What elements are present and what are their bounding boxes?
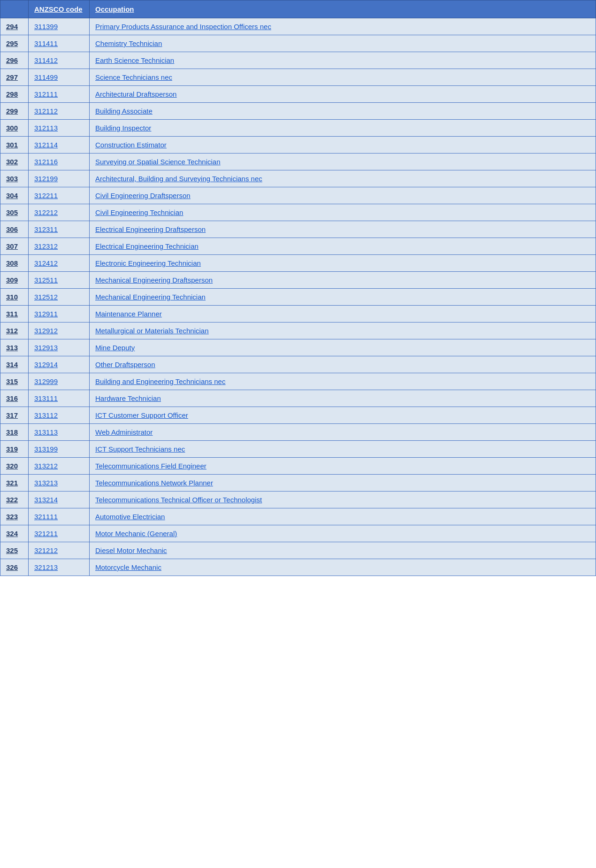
row-number[interactable]: 301 xyxy=(0,137,29,154)
row-number[interactable]: 312 xyxy=(0,323,29,339)
occupation-name[interactable]: Primary Products Assurance and Inspectio… xyxy=(90,18,596,35)
occupation-name[interactable]: Web Administrator xyxy=(90,424,596,441)
anzsco-code[interactable]: 311499 xyxy=(29,69,90,86)
row-number[interactable]: 295 xyxy=(0,35,29,52)
header-occupation[interactable]: Occupation xyxy=(90,0,596,18)
occupation-name[interactable]: Mine Deputy xyxy=(90,339,596,356)
occupation-name[interactable]: Electronic Engineering Technician xyxy=(90,255,596,272)
anzsco-code[interactable]: 311411 xyxy=(29,35,90,52)
row-number[interactable]: 316 xyxy=(0,390,29,407)
anzsco-code[interactable]: 321212 xyxy=(29,542,90,559)
occupation-name[interactable]: Metallurgical or Materials Technician xyxy=(90,323,596,339)
row-number[interactable]: 308 xyxy=(0,255,29,272)
row-number[interactable]: 309 xyxy=(0,272,29,289)
occupation-name[interactable]: Building Inspector xyxy=(90,120,596,137)
anzsco-code[interactable]: 312113 xyxy=(29,120,90,137)
occupation-name[interactable]: Architectural, Building and Surveying Te… xyxy=(90,170,596,187)
anzsco-code[interactable]: 312912 xyxy=(29,323,90,339)
anzsco-code[interactable]: 313113 xyxy=(29,424,90,441)
occupation-name[interactable]: Electrical Engineering Technician xyxy=(90,238,596,255)
occupation-name[interactable]: Building and Engineering Technicians nec xyxy=(90,373,596,390)
occupation-name[interactable]: Electrical Engineering Draftsperson xyxy=(90,221,596,238)
row-number[interactable]: 297 xyxy=(0,69,29,86)
row-number[interactable]: 326 xyxy=(0,559,29,576)
anzsco-code[interactable]: 312311 xyxy=(29,221,90,238)
anzsco-code[interactable]: 312112 xyxy=(29,103,90,120)
row-number[interactable]: 314 xyxy=(0,356,29,373)
occupation-name[interactable]: Hardware Technician xyxy=(90,390,596,407)
anzsco-code[interactable]: 311399 xyxy=(29,18,90,35)
anzsco-code[interactable]: 312211 xyxy=(29,187,90,204)
anzsco-code[interactable]: 312914 xyxy=(29,356,90,373)
row-number[interactable]: 306 xyxy=(0,221,29,238)
row-number[interactable]: 307 xyxy=(0,238,29,255)
occupation-name[interactable]: Motorcycle Mechanic xyxy=(90,559,596,576)
row-number[interactable]: 300 xyxy=(0,120,29,137)
row-number[interactable]: 311 xyxy=(0,306,29,323)
occupation-name[interactable]: Telecommunications Network Planner xyxy=(90,475,596,492)
row-number[interactable]: 303 xyxy=(0,170,29,187)
occupation-name[interactable]: Surveying or Spatial Science Technician xyxy=(90,154,596,170)
row-number[interactable]: 313 xyxy=(0,339,29,356)
occupation-name[interactable]: Diesel Motor Mechanic xyxy=(90,542,596,559)
anzsco-code[interactable]: 321213 xyxy=(29,559,90,576)
occupation-name[interactable]: Chemistry Technician xyxy=(90,35,596,52)
row-number[interactable]: 319 xyxy=(0,441,29,458)
occupation-name[interactable]: Telecommunications Technical Officer or … xyxy=(90,492,596,508)
header-code[interactable]: ANZSCO code xyxy=(29,0,90,18)
row-number[interactable]: 323 xyxy=(0,508,29,525)
anzsco-code[interactable]: 312111 xyxy=(29,86,90,103)
anzsco-code[interactable]: 313212 xyxy=(29,458,90,475)
row-number[interactable]: 302 xyxy=(0,154,29,170)
anzsco-code[interactable]: 313112 xyxy=(29,407,90,424)
row-number[interactable]: 315 xyxy=(0,373,29,390)
occupation-name[interactable]: Automotive Electrician xyxy=(90,508,596,525)
anzsco-code[interactable]: 313111 xyxy=(29,390,90,407)
anzsco-code[interactable]: 321111 xyxy=(29,508,90,525)
occupation-name[interactable]: Maintenance Planner xyxy=(90,306,596,323)
anzsco-code[interactable]: 312511 xyxy=(29,272,90,289)
occupation-name[interactable]: Civil Engineering Technician xyxy=(90,204,596,221)
row-number[interactable]: 298 xyxy=(0,86,29,103)
anzsco-code[interactable]: 313213 xyxy=(29,475,90,492)
anzsco-code[interactable]: 312114 xyxy=(29,137,90,154)
occupation-name[interactable]: Mechanical Engineering Draftsperson xyxy=(90,272,596,289)
anzsco-code[interactable]: 312913 xyxy=(29,339,90,356)
anzsco-code[interactable]: 312116 xyxy=(29,154,90,170)
row-number[interactable]: 304 xyxy=(0,187,29,204)
anzsco-code[interactable]: 312512 xyxy=(29,289,90,306)
occupation-name[interactable]: Other Draftsperson xyxy=(90,356,596,373)
anzsco-code[interactable]: 312412 xyxy=(29,255,90,272)
anzsco-code[interactable]: 312312 xyxy=(29,238,90,255)
row-number[interactable]: 305 xyxy=(0,204,29,221)
anzsco-code[interactable]: 312911 xyxy=(29,306,90,323)
occupation-name[interactable]: ICT Customer Support Officer xyxy=(90,407,596,424)
anzsco-code[interactable]: 311412 xyxy=(29,52,90,69)
row-number[interactable]: 294 xyxy=(0,18,29,35)
anzsco-code[interactable]: 313214 xyxy=(29,492,90,508)
occupation-name[interactable]: Science Technicians nec xyxy=(90,69,596,86)
occupation-name[interactable]: Motor Mechanic (General) xyxy=(90,525,596,542)
row-number[interactable]: 324 xyxy=(0,525,29,542)
occupation-name[interactable]: Mechanical Engineering Technician xyxy=(90,289,596,306)
anzsco-code[interactable]: 312212 xyxy=(29,204,90,221)
occupation-name[interactable]: Earth Science Technician xyxy=(90,52,596,69)
row-number[interactable]: 299 xyxy=(0,103,29,120)
anzsco-code[interactable]: 312199 xyxy=(29,170,90,187)
row-number[interactable]: 317 xyxy=(0,407,29,424)
occupation-name[interactable]: Architectural Draftsperson xyxy=(90,86,596,103)
row-number[interactable]: 318 xyxy=(0,424,29,441)
occupation-name[interactable]: Civil Engineering Draftsperson xyxy=(90,187,596,204)
row-number[interactable]: 320 xyxy=(0,458,29,475)
row-number[interactable]: 321 xyxy=(0,475,29,492)
anzsco-code[interactable]: 321211 xyxy=(29,525,90,542)
occupation-name[interactable]: Telecommunications Field Engineer xyxy=(90,458,596,475)
occupation-name[interactable]: ICT Support Technicians nec xyxy=(90,441,596,458)
occupation-name[interactable]: Building Associate xyxy=(90,103,596,120)
row-number[interactable]: 325 xyxy=(0,542,29,559)
row-number[interactable]: 310 xyxy=(0,289,29,306)
occupation-name[interactable]: Construction Estimator xyxy=(90,137,596,154)
anzsco-code[interactable]: 312999 xyxy=(29,373,90,390)
anzsco-code[interactable]: 313199 xyxy=(29,441,90,458)
row-number[interactable]: 322 xyxy=(0,492,29,508)
